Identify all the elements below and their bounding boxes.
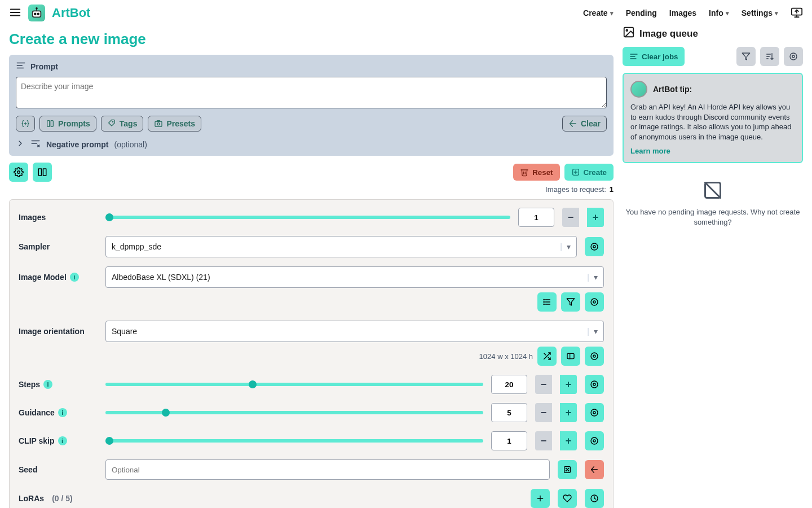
steps-label: Stepsi	[19, 380, 98, 389]
images-increment[interactable]: +	[587, 208, 604, 227]
chevron-down-icon: ▾	[726, 10, 729, 17]
adjust-icon	[16, 60, 26, 72]
svg-point-70	[626, 29, 628, 31]
prompt-panel: Prompt Prompts Tags Presets Clear Negati…	[9, 55, 614, 156]
tip-body: Grab an API key! An AI Horde API key all…	[630, 102, 795, 142]
loras-add-button[interactable]	[531, 489, 550, 508]
settings-gear-button[interactable]	[9, 163, 28, 182]
queue-empty-state: You have no pending image requests. Why …	[623, 180, 803, 227]
svg-point-54	[593, 440, 595, 442]
tags-button[interactable]: Tags	[101, 116, 144, 132]
create-button[interactable]: Create	[564, 164, 614, 181]
guidance-value[interactable]	[491, 403, 527, 422]
loras-label: LoRAs	[19, 494, 44, 503]
clip-slider[interactable]	[105, 439, 483, 443]
guidance-decrement[interactable]: −	[535, 403, 552, 422]
prompt-input[interactable]	[16, 77, 607, 108]
steps-increment[interactable]: +	[560, 375, 577, 394]
nav-images[interactable]: Images	[669, 8, 696, 17]
svg-point-32	[593, 246, 595, 248]
info-icon[interactable]: i	[70, 273, 79, 282]
svg-marker-74	[742, 53, 749, 60]
presets-button[interactable]: Presets	[148, 116, 201, 132]
artbot-logo[interactable]	[28, 5, 45, 21]
guidance-label: Guidancei	[19, 408, 98, 417]
prompt-insert-button[interactable]	[16, 116, 35, 132]
sampler-settings-button[interactable]	[585, 237, 604, 256]
svg-point-39	[544, 304, 544, 304]
svg-marker-40	[567, 299, 574, 305]
seed-input[interactable]	[105, 459, 550, 480]
tip-learn-more-link[interactable]: Learn more	[630, 147, 670, 155]
steps-settings-button[interactable]	[585, 375, 604, 394]
prompts-button[interactable]: Prompts	[39, 116, 96, 132]
images-decrement[interactable]: −	[562, 208, 579, 227]
brand-title[interactable]: ArtBot	[52, 6, 90, 20]
expand-neg-icon[interactable]	[16, 139, 25, 150]
loras-history-button[interactable]	[585, 489, 604, 508]
neg-prompt-optional: (optional)	[114, 140, 147, 149]
svg-point-7	[36, 8, 37, 9]
nav-info[interactable]: Info▾	[709, 8, 729, 17]
sampler-select[interactable]: k_dpmpp_sde |▾	[105, 236, 577, 257]
steps-slider[interactable]	[105, 383, 483, 386]
orientation-select[interactable]: Square |▾	[105, 321, 604, 342]
svg-point-52	[593, 411, 595, 414]
svg-point-4	[34, 13, 36, 15]
steps-decrement[interactable]: −	[535, 375, 552, 394]
images-to-request: Images to request:1	[9, 185, 614, 194]
svg-point-60	[568, 470, 568, 471]
clear-jobs-button[interactable]: Clear jobs	[623, 47, 685, 66]
orientation-aspect-button[interactable]	[561, 347, 580, 366]
svg-rect-46	[567, 353, 574, 358]
model-settings-button[interactable]	[585, 292, 604, 312]
model-label: Image Modeli	[19, 273, 98, 282]
tip-avatar-icon	[630, 81, 647, 98]
info-icon[interactable]: i	[58, 408, 67, 417]
seed-random-button[interactable]	[558, 460, 577, 479]
orientation-shuffle-button[interactable]	[537, 347, 557, 366]
svg-point-80	[790, 53, 797, 60]
clear-prompt-button[interactable]: Clear	[562, 116, 607, 132]
seed-clear-button[interactable]	[585, 460, 604, 479]
guidance-settings-button[interactable]	[585, 403, 604, 422]
svg-point-41	[593, 301, 595, 303]
svg-line-82	[705, 183, 721, 198]
queue-settings-button[interactable]	[784, 47, 803, 66]
model-select[interactable]: AlbedoBase XL (SDXL) (21) |▾	[105, 266, 604, 288]
reset-button[interactable]: Reset	[513, 164, 559, 181]
clip-decrement[interactable]: −	[535, 431, 552, 450]
images-value[interactable]	[518, 208, 554, 227]
nav-pending[interactable]: Pending	[626, 8, 657, 17]
loras-fav-button[interactable]	[558, 489, 577, 508]
clip-settings-button[interactable]	[585, 431, 604, 450]
images-label: Images	[19, 213, 98, 222]
svg-point-57	[566, 468, 566, 468]
images-slider[interactable]	[105, 216, 510, 219]
steps-value[interactable]	[491, 375, 527, 394]
queue-sort-button[interactable]	[760, 47, 779, 66]
nav-settings[interactable]: Settings▾	[742, 8, 778, 17]
guidance-slider[interactable]	[105, 411, 483, 414]
info-icon[interactable]: i	[58, 436, 67, 445]
svg-point-48	[593, 355, 595, 357]
queue-filter-button[interactable]	[736, 47, 756, 66]
guidance-increment[interactable]: +	[560, 403, 577, 422]
clip-increment[interactable]: +	[560, 431, 577, 450]
menu-icon[interactable]	[9, 6, 21, 20]
layout-button[interactable]	[33, 163, 52, 182]
svg-point-33	[591, 243, 598, 250]
orientation-label: Image orientation	[19, 327, 98, 336]
info-icon[interactable]: i	[43, 380, 52, 389]
orientation-settings-button[interactable]	[585, 347, 604, 366]
orientation-dims: 1024 w x 1024 h	[479, 352, 533, 361]
svg-rect-18	[155, 121, 162, 126]
tip-title: ArtBot tip:	[653, 85, 692, 94]
nav-create[interactable]: Create▾	[583, 8, 614, 17]
clip-value[interactable]	[491, 431, 527, 450]
model-list-button[interactable]	[537, 292, 557, 312]
svg-point-38	[544, 301, 544, 302]
monitor-icon[interactable]	[791, 6, 803, 20]
model-filter-button[interactable]	[561, 292, 580, 312]
svg-point-37	[544, 299, 544, 300]
